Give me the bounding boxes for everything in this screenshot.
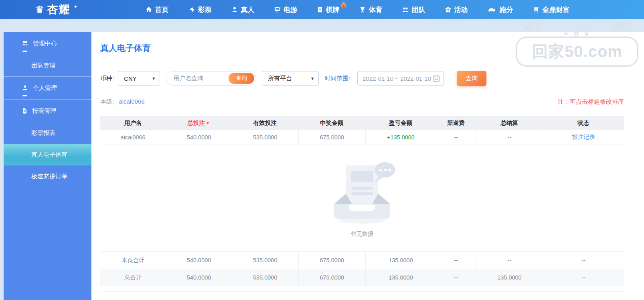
calendar-icon[interactable] — [432, 74, 440, 82]
nav-item-chess[interactable]: 棋牌 — [317, 5, 340, 14]
grand-total-settlement: 135.0000 — [476, 269, 543, 286]
sidebar-item-personal-manage[interactable]: 个人管理 — [4, 77, 91, 99]
col-header-username[interactable]: 用户名 — [100, 116, 166, 130]
sidebar-item-team-manage[interactable]: 团队管理 — [4, 55, 91, 76]
sidebar-item-label: 团队管理 — [31, 62, 55, 69]
platform-selected-value: 所有平台 — [268, 75, 292, 82]
level-row: 本级: aicai0066 注：可点击标题修改排序 — [100, 98, 624, 106]
cell-valid-bet: 535.0000 — [232, 130, 298, 145]
brand-name: 杏耀 — [47, 2, 71, 17]
sidebar: 管理中心 团队管理 个人管理 报表管理 彩票报表 真人电子体育 极速充提订单 — [4, 32, 91, 300]
username-placeholder: 用户名查询 — [173, 75, 203, 82]
sidebar-item-lottery-report[interactable]: 彩票报表 — [4, 122, 91, 144]
currency-selected-value: CNY — [124, 75, 137, 82]
table-header-row: 用户名 总投注▼ 有效投注 中奖金额 盈亏金额 渠道费 总结算 状态 — [100, 116, 624, 130]
sidebar-item-label: 报表管理 — [32, 107, 56, 115]
page-total-label: 本页合计 — [100, 252, 166, 269]
nav-label: 电游 — [284, 5, 298, 14]
nav-label: 真人 — [241, 5, 255, 14]
cell-settlement: -- — [476, 130, 543, 145]
chess-card-icon — [317, 6, 323, 13]
platform-select[interactable]: 所有平台 ▼ — [262, 71, 319, 86]
page-total-settlement: -- — [476, 252, 543, 269]
nav-item-wealth[interactable]: 金鼎财富 — [533, 5, 570, 14]
grand-total-total-bet: 540.0000 — [166, 269, 232, 286]
sidebar-group-reports: 报表管理 彩票报表 真人电子体育 极速充提订单 — [4, 99, 91, 187]
top-nav-bar: ♛ 杏耀 ✦ 首页 彩票 真人 电游 棋牌 体育 — [0, 0, 644, 19]
nav-item-paofen[interactable]: 跑分 — [487, 5, 513, 14]
nav-item-lottery[interactable]: 彩票 — [188, 5, 212, 14]
empty-state-illustration — [324, 159, 400, 227]
nav-item-sports[interactable]: 体育 — [359, 5, 383, 14]
currency-label: 币种: — [100, 75, 114, 82]
nav-item-live[interactable]: 真人 — [231, 5, 255, 14]
grand-total-row: 总合计 540.0000 535.0000 675.0000 135.0000 … — [100, 269, 624, 286]
col-header-channel-fee[interactable]: 渠道费 — [436, 116, 476, 130]
nav-item-home[interactable]: 首页 — [145, 5, 169, 14]
pager-strip — [100, 286, 624, 291]
flame-icon — [340, 1, 347, 9]
main-menu: 首页 彩票 真人 电游 棋牌 体育 团队 活动 — [145, 5, 570, 14]
live-person-icon — [231, 6, 238, 13]
nav-label: 团队 — [412, 5, 425, 14]
report-table: 用户名 总投注▼ 有效投注 中奖金额 盈亏金额 渠道费 总结算 状态 aicai… — [100, 116, 624, 292]
page-total-channel-fee: -- — [436, 252, 476, 269]
sort-note: 注：可点击标题修改排序 — [558, 98, 624, 106]
sidebar-item-label: 真人电子体育 — [31, 151, 67, 159]
page-total-row: 本页合计 540.0000 535.0000 675.0000 135.0000… — [100, 252, 624, 269]
title-divider — [100, 60, 624, 60]
sidebar-item-report-manage[interactable]: 报表管理 — [4, 100, 91, 122]
sidebar-item-quick-orders[interactable]: 极速充提订单 — [4, 165, 91, 187]
level-user-link[interactable]: aicai0066 — [119, 98, 144, 105]
nav-label: 跑分 — [500, 5, 513, 14]
nav-item-egame[interactable]: 电游 — [274, 5, 298, 14]
sidebar-item-label: 彩票报表 — [31, 129, 55, 137]
col-header-status[interactable]: 状态 — [543, 116, 624, 130]
user-icon — [21, 85, 29, 91]
nav-item-activity[interactable]: 活动 — [445, 5, 468, 14]
col-header-valid-bet[interactable]: 有效投注 — [232, 116, 298, 130]
page-total-total-bet: 540.0000 — [166, 252, 232, 269]
sidebar-item-manage-center[interactable]: 管理中心 — [4, 32, 91, 55]
cell-channel-fee: -- — [436, 130, 476, 145]
search-button[interactable]: 查询 — [457, 71, 486, 86]
sidebar-item-label: 极速充提订单 — [31, 173, 67, 180]
col-header-settlement[interactable]: 总结算 — [476, 116, 543, 130]
nav-label: 首页 — [155, 5, 169, 14]
sidebar-item-label: 管理中心 — [33, 40, 57, 47]
nav-label: 体育 — [369, 5, 383, 14]
empty-state: 暂无数据 — [100, 145, 624, 252]
crown-emblem-icon: ♛ — [35, 5, 44, 14]
col-header-win-amount[interactable]: 中奖金额 — [298, 116, 365, 130]
grand-total-channel-fee: -- — [436, 269, 476, 286]
username-search-button[interactable]: 查询 — [229, 73, 254, 84]
page-total-status: -- — [543, 252, 624, 269]
empty-state-text: 暂无数据 — [351, 231, 373, 238]
grand-total-valid-bet: 535.0000 — [232, 269, 298, 286]
chevron-down-icon: ▼ — [310, 76, 314, 81]
col-header-profit[interactable]: 盈亏金额 — [365, 116, 436, 130]
currency-select[interactable]: CNY ▼ — [118, 71, 160, 86]
egame-icon — [274, 6, 281, 13]
lottery-icon — [188, 6, 195, 13]
table-row: aicai0066 540.0000 535.0000 675.0000 +13… — [100, 130, 624, 145]
page-total-win-amount: 675.0000 — [298, 252, 365, 269]
level-label: 本级: — [100, 98, 114, 105]
sidebar-item-live-esports[interactable]: 真人电子体育 — [4, 144, 91, 165]
grand-total-profit: 135.0000 — [365, 269, 436, 286]
brand-logo[interactable]: ♛ 杏耀 ✦ — [35, 2, 78, 17]
nav-item-team[interactable]: 团队 — [402, 5, 425, 14]
nav-label: 金鼎财富 — [543, 5, 570, 14]
sidebar-group-personal: 个人管理 — [4, 76, 91, 99]
date-range-input[interactable]: 2022-01-10 ~ 2022-01-10 — [357, 71, 444, 86]
report-icon — [21, 108, 28, 114]
col-header-total-bet[interactable]: 总投注▼ — [166, 116, 232, 130]
bet-record-link[interactable]: 投注记录 — [543, 130, 624, 145]
collapse-dash-icon — [22, 51, 27, 52]
grand-total-label: 总合计 — [100, 269, 166, 286]
page-total-valid-bet: 535.0000 — [232, 252, 298, 269]
username-search-input[interactable]: 用户名查询 查询 — [166, 71, 256, 86]
nav-label: 棋牌 — [326, 5, 340, 14]
cell-username: aicai0066 — [100, 130, 166, 145]
nav-label: 活动 — [454, 5, 468, 14]
